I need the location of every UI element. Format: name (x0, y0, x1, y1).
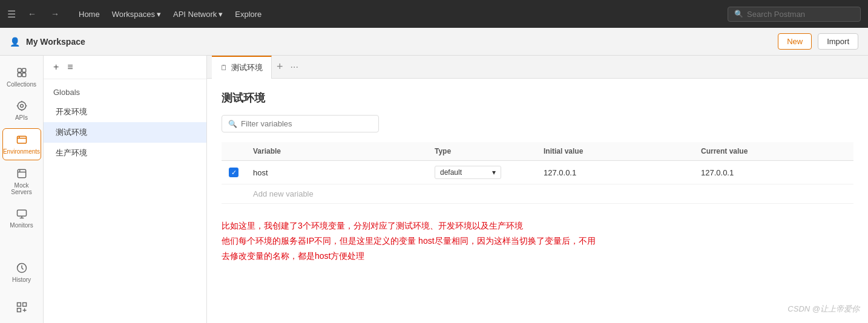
svg-rect-1 (22, 68, 25, 72)
sidebar-item-history[interactable]: History (2, 257, 41, 288)
explore-link[interactable]: Explore (230, 7, 266, 21)
add-variable-row: Add new variable (222, 184, 853, 204)
svg-rect-13 (18, 169, 25, 177)
filter-search-icon: 🔍 (228, 120, 237, 128)
workspaces-link[interactable]: Workspaces ▾ (107, 7, 166, 21)
monitors-label: Monitors (10, 222, 33, 229)
annotation-line3: 去修改变量的名称，都是host方便处理 (222, 249, 853, 264)
grid-icon (16, 301, 28, 313)
topbar-links: Home Workspaces ▾ API Network ▾ Explore (74, 7, 266, 21)
svg-rect-0 (18, 68, 21, 72)
chevron-down-icon: ▾ (219, 10, 223, 19)
annotation-line1: 比如这里，我创建了3个环境变量，分别对应了测试环境、开发环境以及生产环境 (222, 218, 853, 233)
svg-rect-20 (17, 303, 21, 307)
mock-servers-label: Mock Servers (5, 182, 39, 195)
history-icon (16, 262, 28, 274)
content-area: 🗒 测试环境 + ··· 测试环境 🔍 Variable Type Initia (207, 56, 868, 323)
collections-icon (16, 67, 28, 79)
svg-point-5 (18, 102, 25, 109)
col-header-type: Type (427, 142, 536, 161)
filter-bar[interactable]: 🔍 (222, 115, 379, 132)
env-sidebar-toolbar: + ≡ (44, 56, 206, 79)
monitors-icon (16, 207, 28, 220)
svg-point-4 (20, 105, 23, 108)
search-input[interactable] (747, 10, 854, 19)
search-bar[interactable]: 🔍 (728, 7, 861, 22)
tab-label: 测试环境 (231, 62, 263, 73)
home-link[interactable]: Home (74, 7, 105, 21)
env-list-item-dev[interactable]: 开发环境 (44, 102, 206, 122)
row-type-cell[interactable]: default ▾ (427, 161, 536, 184)
env-list: Globals 开发环境 测试环境 生产环境 (44, 79, 206, 167)
tab-add-button[interactable]: + (272, 60, 288, 73)
csdn-watermark: CSDN @让上帝爱你 (787, 304, 860, 315)
annotation-line2: 他们每个环境的服务器IP不同，但是这里定义的变量 host尽量相同，因为这样当切… (222, 233, 853, 249)
row-variable-name[interactable]: host (246, 161, 427, 184)
chevron-down-icon: ▾ (157, 10, 161, 19)
tab-test-env[interactable]: 🗒 测试环境 (212, 56, 272, 79)
table-row: ✓ host default ▾ 127.0.0.1 127.0.0.1 (222, 161, 853, 184)
env-list-item-test[interactable]: 测试环境 (44, 122, 206, 143)
env-list-item-prod[interactable]: 生产环境 (44, 143, 206, 163)
variables-table: Variable Type Initial value Current valu… (222, 142, 853, 204)
col-header-variable: Variable (246, 142, 427, 161)
svg-rect-3 (22, 73, 25, 77)
apis-icon (16, 100, 28, 112)
back-button[interactable]: ← (25, 8, 39, 20)
svg-rect-22 (17, 308, 21, 312)
sidebar-item-mock-servers[interactable]: Mock Servers (2, 163, 41, 200)
collections-label: Collections (7, 81, 36, 88)
topbar: ☰ ← → Home Workspaces ▾ API Network ▾ Ex… (0, 0, 868, 28)
env-editor: 测试环境 🔍 Variable Type Initial value Curre… (207, 79, 868, 323)
workspace-icon: 👤 (10, 37, 20, 47)
main-layout: Collections APIs Environments (0, 56, 868, 323)
forward-button[interactable]: → (48, 8, 62, 20)
sidebar-item-collections[interactable]: Collections (2, 62, 41, 93)
type-select[interactable]: default ▾ (435, 166, 501, 179)
mock-icon (16, 168, 28, 180)
sidebar-item-environments[interactable]: Environments (2, 128, 41, 160)
env-sidebar: + ≡ Globals 开发环境 测试环境 生产环境 (44, 56, 207, 323)
add-env-button[interactable]: + (51, 60, 61, 74)
sidebar-item-apis[interactable]: APIs (2, 95, 41, 126)
environments-icon (16, 134, 28, 146)
workspace-bar: 👤 My Workspace New Import (0, 28, 868, 56)
svg-rect-16 (17, 210, 26, 216)
env-list-globals[interactable]: Globals (44, 83, 206, 102)
col-header-initial: Initial value (536, 142, 694, 161)
sidebar-item-monitors[interactable]: Monitors (2, 203, 41, 233)
row-initial-value[interactable]: 127.0.0.1 (536, 161, 694, 184)
annotation-text: 比如这里，我创建了3个环境变量，分别对应了测试环境、开发环境以及生产环境 他们每… (222, 218, 853, 264)
new-button[interactable]: New (778, 33, 812, 50)
apis-label: APIs (15, 114, 28, 121)
sidebar-item-grid[interactable] (2, 296, 41, 318)
col-header-check (222, 142, 246, 161)
checkbox-checked-icon[interactable]: ✓ (229, 168, 238, 177)
environments-label: Environments (3, 148, 40, 155)
tab-env-icon: 🗒 (220, 64, 228, 72)
api-network-link[interactable]: API Network ▾ (168, 7, 228, 21)
svg-rect-10 (17, 136, 26, 143)
svg-rect-2 (18, 73, 21, 77)
row-checkbox-cell[interactable]: ✓ (222, 161, 246, 184)
add-variable-cell[interactable]: Add new variable (246, 184, 853, 204)
history-label: History (12, 276, 31, 283)
filter-env-button[interactable]: ≡ (65, 60, 75, 74)
type-chevron-icon: ▾ (492, 168, 496, 177)
icon-sidebar: Collections APIs Environments (0, 56, 44, 323)
svg-rect-21 (22, 303, 26, 307)
row-current-value[interactable]: 127.0.0.1 (694, 161, 853, 184)
env-editor-title: 测试环境 (222, 91, 853, 105)
workspace-title: My Workspace (26, 37, 85, 47)
tab-bar: 🗒 测试环境 + ··· (207, 56, 868, 79)
col-header-current: Current value (694, 142, 853, 161)
filter-variables-input[interactable] (241, 119, 372, 128)
import-button[interactable]: Import (818, 33, 858, 50)
tab-more-button[interactable]: ··· (288, 62, 301, 73)
menu-icon[interactable]: ☰ (7, 8, 16, 20)
search-icon: 🔍 (734, 10, 743, 18)
